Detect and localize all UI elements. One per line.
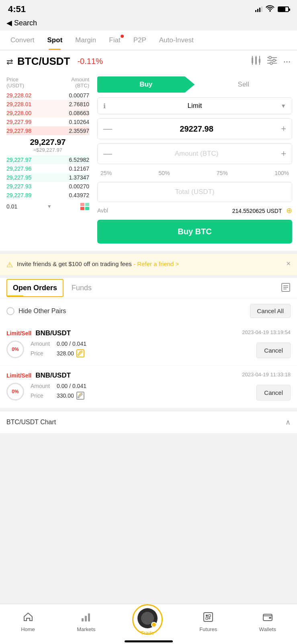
ob-sell-row-2[interactable]: 29,228.01 2.76810: [6, 100, 89, 109]
price-plus-btn[interactable]: +: [281, 124, 286, 134]
price-minus-btn[interactable]: —: [103, 124, 112, 134]
avbl-add-btn[interactable]: ⊕: [286, 206, 292, 215]
svg-rect-15: [80, 203, 84, 206]
ob-sell-row-1[interactable]: 29,228.02 0.00077: [6, 91, 89, 100]
wifi-icon: [266, 5, 274, 14]
ob-buy-row-2[interactable]: 29,227.96 0.12167: [6, 164, 89, 173]
tab-fiat[interactable]: Fiat: [102, 31, 127, 50]
tab-autoinvest[interactable]: Auto-Invest: [153, 31, 200, 50]
order-item-2: Limit/Sell BNB/USDT 2023-04-19 11:33:18 …: [0, 366, 297, 408]
price-input-row: — 29227.98 +: [97, 118, 292, 139]
order-1-cancel-btn[interactable]: Cancel: [256, 343, 291, 358]
pct-50[interactable]: 50%: [155, 168, 173, 178]
hide-pairs-radio[interactable]: [6, 307, 14, 315]
trading-area: Price(USDT) Amount(BTC) 29,228.02 0.0007…: [0, 72, 297, 251]
order-2-price-label: Price: [31, 392, 57, 399]
chart-section[interactable]: BTC/USDT Chart ∧: [0, 411, 297, 433]
status-icons: [255, 5, 289, 14]
tab-p2p[interactable]: P2P: [127, 31, 153, 50]
trade-coin-icon: [137, 608, 158, 628]
order-type-select[interactable]: ℹ Limit ▼: [97, 97, 292, 114]
nav-markets[interactable]: Markets: [70, 612, 102, 632]
svg-point-13: [273, 59, 275, 62]
pair-name[interactable]: BTC/USDT: [17, 55, 70, 68]
ob-buy-row-5[interactable]: 29,227.89 0.43972: [6, 191, 89, 200]
ob-view-toggle[interactable]: [80, 203, 89, 210]
nav-futures[interactable]: Futures: [193, 612, 223, 632]
promo-warning-icon: ⚠: [6, 260, 13, 269]
back-nav[interactable]: ◀ Search: [0, 17, 297, 31]
order-1-type: Limit/Sell: [6, 330, 31, 336]
home-icon: [23, 612, 33, 625]
ob-sell-row-5[interactable]: 29,227.98 2.35597: [6, 126, 89, 135]
ob-buy-price-2: 29,227.96: [6, 165, 31, 172]
cancel-all-button[interactable]: Cancel All: [250, 304, 291, 318]
funds-tab[interactable]: Funds: [72, 278, 92, 298]
nav-wallets[interactable]: Wallets: [253, 612, 283, 632]
order-2-amount-label: Amount: [31, 383, 57, 389]
svg-rect-31: [269, 617, 271, 619]
amount-placeholder: Amount (BTC): [175, 150, 219, 158]
open-orders-tab[interactable]: Open Orders: [6, 279, 63, 297]
promo-text: Invite friends & get $100 off on trading…: [17, 260, 132, 267]
funds-label: Funds: [72, 284, 92, 292]
ob-buy-row-4[interactable]: 29,227.93 0.00270: [6, 182, 89, 191]
futures-icon: [203, 612, 213, 625]
more-icon[interactable]: ···: [283, 56, 291, 67]
battery-icon: [278, 6, 289, 12]
svg-rect-17: [80, 207, 84, 210]
promo-close-btn[interactable]: ×: [283, 260, 291, 268]
trade-label: Trade: [141, 630, 154, 636]
sell-tab[interactable]: Sell: [195, 76, 293, 93]
buy-btc-button[interactable]: Buy BTC: [97, 220, 292, 244]
ob-buy-row-3[interactable]: 29,227.95 1.37347: [6, 173, 89, 182]
tab-spot[interactable]: Spot: [41, 31, 69, 50]
tab-margin[interactable]: Margin: [69, 31, 102, 50]
home-label: Home: [21, 626, 35, 632]
ob-decimal-dropdown[interactable]: ▼: [47, 204, 52, 209]
pct-75[interactable]: 75%: [213, 168, 231, 178]
doc-icon-btn[interactable]: [281, 283, 291, 293]
avbl-label: Avbl: [97, 207, 108, 214]
order-book: Price(USDT) Amount(BTC) 29,228.02 0.0007…: [0, 72, 92, 247]
candlestick-icon[interactable]: [250, 56, 261, 67]
ob-buy-row-1[interactable]: 29,227.97 6.52982: [6, 155, 89, 164]
tab-convert[interactable]: Convert: [4, 31, 41, 50]
amount-input-row: — Amount (BTC) +: [97, 143, 292, 164]
wallets-icon: [262, 612, 273, 625]
total-row[interactable]: Total (USDT): [97, 182, 292, 202]
svg-rect-27: [206, 615, 208, 617]
buy-tab[interactable]: Buy: [97, 76, 195, 93]
pct-25[interactable]: 25%: [97, 168, 115, 178]
home-indicator: [0, 640, 297, 642]
ob-sell-price-3: 29,228.00: [6, 110, 31, 116]
svg-rect-28: [209, 615, 211, 617]
promo-link[interactable]: - Refer a friend >: [133, 260, 179, 267]
swap-icon[interactable]: ⇄: [6, 57, 13, 66]
ob-sell-price-1: 29,228.02: [6, 92, 31, 99]
nav-trade[interactable]: Trade: [131, 608, 164, 636]
back-label[interactable]: ◀ Search: [6, 19, 37, 27]
price-value[interactable]: 29227.98: [180, 124, 213, 134]
nav-home[interactable]: Home: [14, 612, 41, 632]
pct-100[interactable]: 100%: [271, 168, 292, 178]
ob-sell-row-4[interactable]: 29,227.99 0.10264: [6, 118, 89, 126]
section-tabs-bar: Open Orders Funds: [0, 278, 297, 298]
pair-change: -0.11%: [77, 57, 102, 66]
svg-rect-26: [204, 613, 213, 621]
svg-rect-25: [88, 613, 90, 621]
ob-mid-usd: ≈$29,227.97: [6, 147, 89, 153]
percent-row: 25% 50% 75% 100%: [97, 168, 292, 178]
ob-sell-price-5: 29,227.98: [6, 128, 31, 134]
amount-plus-btn[interactable]: +: [281, 149, 286, 159]
ob-sell-row-3[interactable]: 29,228.00 0.08663: [6, 109, 89, 118]
settings-icon[interactable]: [267, 56, 277, 67]
ob-mid-price-section: 29,227.97 ≈$29,227.97: [6, 138, 89, 153]
avbl-row: Avbl 214.5520625 USDT ⊕: [97, 206, 292, 215]
amount-minus-btn[interactable]: —: [103, 149, 112, 159]
order-2-edit-icon[interactable]: [76, 392, 84, 400]
svg-point-12: [269, 56, 271, 59]
order-2-cancel-btn[interactable]: Cancel: [256, 385, 291, 400]
order-1-edit-icon[interactable]: [76, 349, 84, 357]
ob-buy-amount-5: 0.43972: [69, 192, 89, 198]
